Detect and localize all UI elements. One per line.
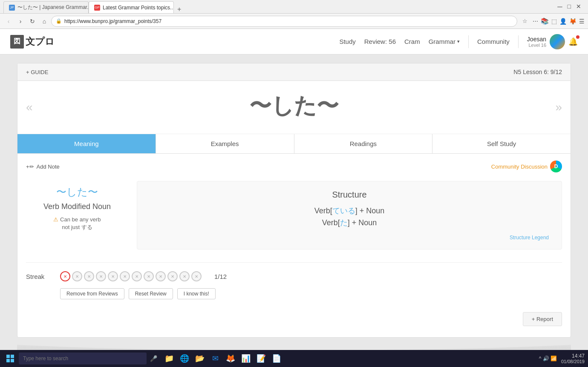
nav-divider-2 (518, 35, 519, 48)
community-discussion-label: Community Discussion (491, 163, 548, 170)
prev-grammar-button[interactable]: « (26, 100, 33, 114)
taskbar-date: 01/08/2019 (561, 359, 585, 364)
taskbar-app-pdf[interactable]: 📄 (270, 352, 283, 365)
streak-row: Streak ✕ ✕ ✕ ✕ ✕ ✕ ✕ ✕ ✕ ✕ ✕ ✕ 1/12 (26, 271, 562, 281)
lesson-info: N5 Lesson 6: 9/12 (513, 69, 562, 75)
sync-icon[interactable]: ⬚ (551, 18, 557, 25)
meaning-note: ⚠ Can be any verb not just する (26, 216, 128, 231)
app-header: 図 文プロ Study Review: 56 Cram Grammar ▾ Co… (0, 29, 588, 54)
browser-controls: ‹ › ↻ ⌂ 🔒 https://www.bunpro.jp/grammar_… (0, 14, 588, 29)
community-discussion-link[interactable]: Community Discussion D (491, 161, 562, 172)
structure-line-1: Verb[ている] + Noun (150, 206, 549, 216)
nav-cram[interactable]: Cram (404, 38, 420, 45)
taskbar-app-firefox[interactable]: 🦊 (224, 352, 237, 365)
nav-review[interactable]: Review: 56 (364, 38, 396, 45)
close-button[interactable]: ✕ (576, 3, 581, 11)
card-top: + GUIDE N5 Lesson 6: 9/12 (17, 63, 571, 81)
taskbar-app-explorer[interactable]: 📂 (193, 352, 207, 365)
tab-examples[interactable]: Examples (156, 134, 294, 153)
app-nav: Study Review: 56 Cram Grammar ▾ Communit… (339, 34, 578, 49)
taskbar-app-edge[interactable]: 🌐 (178, 352, 191, 365)
bookmark-star-icon[interactable]: ☆ (522, 18, 527, 24)
microphone-icon[interactable]: 🎤 (150, 355, 157, 362)
nav-divider (468, 35, 469, 48)
taskbar-app-outlook[interactable]: ✉ (208, 352, 222, 365)
report-button[interactable]: + Report (523, 312, 562, 326)
reset-review-button[interactable]: Reset Review (129, 288, 173, 299)
browser-tabs: JP 〜した〜 | Japanese Grammar... ✕ GP Lates… (3, 0, 184, 13)
tab-meaning[interactable]: Meaning (17, 134, 156, 153)
structure-legend-link[interactable]: Structure Legend (510, 235, 549, 241)
windows-icon (6, 354, 14, 363)
structure-line1-link[interactable]: ている (332, 206, 355, 215)
library-icon[interactable]: 📚 (541, 17, 549, 25)
tab-favicon-2: GP (94, 5, 100, 11)
streak-icon-2: ✕ (72, 271, 82, 281)
streak-icon-12: ✕ (191, 271, 202, 281)
report-row: + Report (26, 308, 562, 330)
nav-community[interactable]: Community (477, 38, 510, 45)
grammar-chevron-icon: ▾ (457, 39, 460, 44)
browser-tab-2[interactable]: GP Latest Grammar Points topics... ✕ (89, 1, 174, 13)
start-button[interactable] (3, 352, 17, 365)
nav-grammar-label: Grammar (429, 38, 455, 45)
forward-button[interactable]: › (15, 16, 26, 26)
remove-from-reviews-button[interactable]: Remove from Reviews (60, 288, 124, 299)
user-name: Joesan (527, 36, 546, 43)
discourse-icon: D (550, 161, 562, 172)
nav-grammar[interactable]: Grammar ▾ (429, 38, 460, 45)
tabs-row: Meaning Examples Readings Self Study (17, 134, 571, 154)
structure-line2-link[interactable]: た (340, 218, 348, 227)
new-tab-button[interactable]: + (174, 6, 184, 13)
add-note-button[interactable]: +✏ Add Note (26, 163, 60, 170)
app-logo[interactable]: 図 文プロ (10, 35, 55, 49)
nav-study[interactable]: Study (339, 38, 355, 45)
taskbar-app-word[interactable]: 📝 (254, 352, 268, 365)
warning-text-1: Can be any verb (60, 216, 101, 223)
browser-tab-1[interactable]: JP 〜した〜 | Japanese Grammar... ✕ (3, 1, 89, 13)
warning-text-2: not just する (62, 224, 92, 231)
minimize-button[interactable]: ─ (557, 3, 562, 11)
content-body: +✏ Add Note Community Discussion D 〜した〜 … (17, 154, 571, 337)
main-content: + GUIDE N5 Lesson 6: 9/12 « 〜した〜 » Meani… (0, 54, 588, 367)
next-grammar-button[interactable]: » (555, 100, 562, 114)
i-know-this-button[interactable]: I know this! (177, 288, 216, 299)
address-bar[interactable]: 🔒 https://www.bunpro.jp/grammar_points/3… (51, 16, 517, 27)
user-info: Joesan Level 16 (527, 36, 546, 48)
structure-line1-suffix: ] + Noun (355, 206, 385, 215)
structure-line2-prefix: Verb[ (322, 218, 340, 227)
streak-icon-5: ✕ (108, 271, 118, 281)
system-icons: ^ 🔊 📶 (539, 356, 557, 361)
grammar-main-title: 〜した〜 (249, 91, 339, 121)
maximize-button[interactable]: □ (568, 3, 571, 11)
menu-icon[interactable]: ☰ (579, 18, 585, 25)
bell-icon[interactable]: 🔔 (568, 37, 578, 46)
structure-line1-prefix: Verb[ (314, 206, 332, 215)
taskbar-app-excel[interactable]: 📊 (239, 352, 253, 365)
tab-self-study[interactable]: Self Study (432, 134, 571, 153)
structure-line-2: Verb[た] + Noun (150, 218, 549, 228)
extensions-icon[interactable]: ⋯ (533, 18, 538, 24)
streak-icons: ✕ ✕ ✕ ✕ ✕ ✕ ✕ ✕ ✕ ✕ ✕ ✕ (60, 271, 202, 281)
user-avatar[interactable] (550, 34, 565, 49)
svg-rect-1 (11, 355, 14, 358)
taskbar-search-input[interactable] (19, 353, 147, 364)
tab-readings[interactable]: Readings (294, 134, 433, 153)
streak-icon-4: ✕ (96, 271, 106, 281)
home-button[interactable]: ⌂ (39, 16, 49, 26)
account-icon[interactable]: 👤 (559, 18, 567, 25)
svg-rect-0 (6, 355, 10, 358)
warning-icon: ⚠ (53, 216, 58, 223)
back-button[interactable]: ‹ (3, 16, 14, 26)
taskbar-right: ^ 🔊 📶 14:47 01/08/2019 (539, 353, 585, 364)
meaning-left: 〜した〜 Verb Modified Noun ⚠ Can be any ver… (26, 181, 128, 249)
guide-link[interactable]: + GUIDE (26, 69, 48, 75)
reload-button[interactable]: ↻ (27, 16, 37, 26)
structure-legend: Structure Legend (150, 234, 549, 241)
taskbar-app-files[interactable]: 📁 (162, 352, 176, 365)
addon-icon[interactable]: 🦊 (569, 18, 576, 25)
logo-text: 文プロ (26, 35, 55, 48)
pencil-icon: +✏ (26, 163, 34, 170)
streak-icon-1: ✕ (60, 271, 70, 281)
add-note-label: Add Note (37, 163, 60, 170)
